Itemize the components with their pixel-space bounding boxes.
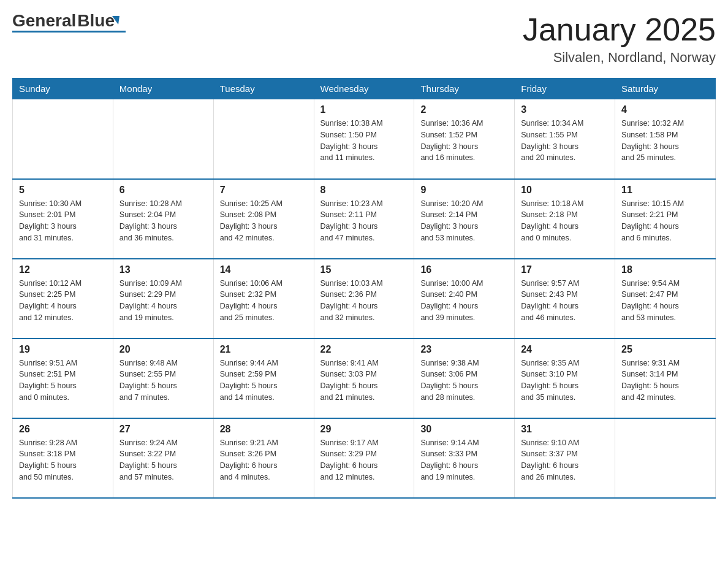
day-info: Sunrise: 9:48 AM Sunset: 2:55 PM Dayligh… — [119, 358, 207, 404]
calendar-cell — [113, 99, 213, 179]
calendar-cell: 31Sunrise: 9:10 AM Sunset: 3:37 PM Dayli… — [515, 418, 615, 498]
day-info: Sunrise: 10:03 AM Sunset: 2:36 PM Daylig… — [320, 278, 408, 324]
day-of-week-header: Tuesday — [213, 79, 314, 99]
day-of-week-header: Thursday — [414, 79, 515, 99]
day-number: 18 — [621, 264, 709, 275]
title-block: January 2025 Silvalen, Nordland, Norway — [523, 12, 716, 66]
calendar-cell: 17Sunrise: 9:57 AM Sunset: 2:43 PM Dayli… — [515, 259, 615, 339]
day-of-week-header: Monday — [113, 79, 213, 99]
calendar-cell: 26Sunrise: 9:28 AM Sunset: 3:18 PM Dayli… — [13, 418, 113, 498]
day-number: 16 — [420, 264, 508, 275]
day-number: 27 — [119, 424, 207, 435]
day-number: 19 — [19, 344, 107, 355]
calendar-body: 1Sunrise: 10:38 AM Sunset: 1:50 PM Dayli… — [13, 99, 716, 498]
day-number: 9 — [420, 185, 508, 196]
day-info: Sunrise: 10:23 AM Sunset: 2:11 PM Daylig… — [320, 198, 408, 244]
day-info: Sunrise: 10:12 AM Sunset: 2:25 PM Daylig… — [19, 278, 107, 324]
day-number: 17 — [521, 264, 609, 275]
logo-text-blue: Blue — [77, 11, 115, 30]
day-info: Sunrise: 10:20 AM Sunset: 2:14 PM Daylig… — [420, 198, 508, 244]
calendar-cell: 16Sunrise: 10:00 AM Sunset: 2:40 PM Dayl… — [414, 259, 515, 339]
page-header: General Blue January 2025 Silvalen, Nord… — [12, 12, 716, 66]
day-number: 11 — [621, 185, 709, 196]
day-number: 15 — [320, 264, 408, 275]
day-info: Sunrise: 10:34 AM Sunset: 1:55 PM Daylig… — [521, 118, 609, 164]
day-of-week-header: Wednesday — [314, 79, 414, 99]
day-info: Sunrise: 10:15 AM Sunset: 2:21 PM Daylig… — [621, 198, 709, 244]
day-number: 23 — [420, 344, 508, 355]
calendar-cell: 11Sunrise: 10:15 AM Sunset: 2:21 PM Dayl… — [615, 179, 716, 259]
day-info: Sunrise: 9:35 AM Sunset: 3:10 PM Dayligh… — [521, 358, 609, 404]
day-info: Sunrise: 9:24 AM Sunset: 3:22 PM Dayligh… — [119, 437, 207, 483]
day-number: 5 — [19, 185, 107, 196]
calendar-cell: 13Sunrise: 10:09 AM Sunset: 2:29 PM Dayl… — [113, 259, 213, 339]
day-number: 8 — [320, 185, 408, 196]
calendar-week-row: 12Sunrise: 10:12 AM Sunset: 2:25 PM Dayl… — [13, 259, 716, 339]
calendar-cell: 2Sunrise: 10:36 AM Sunset: 1:52 PM Dayli… — [414, 99, 515, 179]
calendar-cell: 23Sunrise: 9:38 AM Sunset: 3:06 PM Dayli… — [414, 339, 515, 418]
day-number: 13 — [119, 264, 207, 275]
day-number: 3 — [521, 104, 609, 115]
day-info: Sunrise: 9:10 AM Sunset: 3:37 PM Dayligh… — [521, 437, 609, 483]
day-info: Sunrise: 9:44 AM Sunset: 2:59 PM Dayligh… — [220, 358, 308, 404]
day-info: Sunrise: 10:00 AM Sunset: 2:40 PM Daylig… — [420, 278, 508, 324]
logo-underline — [12, 31, 126, 33]
day-info: Sunrise: 10:28 AM Sunset: 2:04 PM Daylig… — [119, 198, 207, 244]
logo-arrow-icon — [112, 16, 119, 25]
day-info: Sunrise: 9:21 AM Sunset: 3:26 PM Dayligh… — [220, 437, 308, 483]
day-info: Sunrise: 9:51 AM Sunset: 2:51 PM Dayligh… — [19, 358, 107, 404]
calendar-header: SundayMondayTuesdayWednesdayThursdayFrid… — [13, 79, 716, 99]
day-info: Sunrise: 10:38 AM Sunset: 1:50 PM Daylig… — [320, 118, 408, 164]
day-info: Sunrise: 10:06 AM Sunset: 2:32 PM Daylig… — [220, 278, 308, 324]
day-info: Sunrise: 9:17 AM Sunset: 3:29 PM Dayligh… — [320, 437, 408, 483]
calendar-table: SundayMondayTuesdayWednesdayThursdayFrid… — [12, 78, 716, 499]
day-number: 14 — [220, 264, 308, 275]
logo: General Blue — [12, 12, 126, 33]
day-number: 6 — [119, 185, 207, 196]
day-number: 10 — [521, 185, 609, 196]
day-number: 21 — [220, 344, 308, 355]
day-of-week-header: Saturday — [615, 79, 716, 99]
day-number: 26 — [19, 424, 107, 435]
calendar-cell: 12Sunrise: 10:12 AM Sunset: 2:25 PM Dayl… — [13, 259, 113, 339]
day-number: 12 — [19, 264, 107, 275]
calendar-cell: 25Sunrise: 9:31 AM Sunset: 3:14 PM Dayli… — [615, 339, 716, 418]
calendar-cell: 9Sunrise: 10:20 AM Sunset: 2:14 PM Dayli… — [414, 179, 515, 259]
day-of-week-header: Friday — [515, 79, 615, 99]
day-info: Sunrise: 9:38 AM Sunset: 3:06 PM Dayligh… — [420, 358, 508, 404]
logo-text-general: General — [12, 12, 76, 29]
day-info: Sunrise: 10:09 AM Sunset: 2:29 PM Daylig… — [119, 278, 207, 324]
calendar-cell: 19Sunrise: 9:51 AM Sunset: 2:51 PM Dayli… — [13, 339, 113, 418]
calendar-cell: 18Sunrise: 9:54 AM Sunset: 2:47 PM Dayli… — [615, 259, 716, 339]
calendar-cell: 3Sunrise: 10:34 AM Sunset: 1:55 PM Dayli… — [515, 99, 615, 179]
day-info: Sunrise: 10:18 AM Sunset: 2:18 PM Daylig… — [521, 198, 609, 244]
day-of-week-header: Sunday — [13, 79, 113, 99]
day-number: 31 — [521, 424, 609, 435]
day-info: Sunrise: 9:31 AM Sunset: 3:14 PM Dayligh… — [621, 358, 709, 404]
day-info: Sunrise: 9:54 AM Sunset: 2:47 PM Dayligh… — [621, 278, 709, 324]
month-title: January 2025 — [523, 12, 716, 47]
header-row: SundayMondayTuesdayWednesdayThursdayFrid… — [13, 79, 716, 99]
calendar-cell: 14Sunrise: 10:06 AM Sunset: 2:32 PM Dayl… — [213, 259, 314, 339]
day-info: Sunrise: 9:41 AM Sunset: 3:03 PM Dayligh… — [320, 358, 408, 404]
day-number: 7 — [220, 185, 308, 196]
calendar-week-row: 1Sunrise: 10:38 AM Sunset: 1:50 PM Dayli… — [13, 99, 716, 179]
calendar-cell: 27Sunrise: 9:24 AM Sunset: 3:22 PM Dayli… — [113, 418, 213, 498]
day-number: 2 — [420, 104, 508, 115]
day-number: 1 — [320, 104, 408, 115]
calendar-week-row: 26Sunrise: 9:28 AM Sunset: 3:18 PM Dayli… — [13, 418, 716, 498]
calendar-cell: 5Sunrise: 10:30 AM Sunset: 2:01 PM Dayli… — [13, 179, 113, 259]
day-info: Sunrise: 10:25 AM Sunset: 2:08 PM Daylig… — [220, 198, 308, 244]
day-number: 28 — [220, 424, 308, 435]
day-number: 4 — [621, 104, 709, 115]
calendar-cell: 24Sunrise: 9:35 AM Sunset: 3:10 PM Dayli… — [515, 339, 615, 418]
calendar-cell — [213, 99, 314, 179]
calendar-cell: 22Sunrise: 9:41 AM Sunset: 3:03 PM Dayli… — [314, 339, 414, 418]
calendar-cell: 30Sunrise: 9:14 AM Sunset: 3:33 PM Dayli… — [414, 418, 515, 498]
calendar-cell — [13, 99, 113, 179]
calendar-cell: 29Sunrise: 9:17 AM Sunset: 3:29 PM Dayli… — [314, 418, 414, 498]
location: Silvalen, Nordland, Norway — [523, 50, 716, 66]
day-number: 24 — [521, 344, 609, 355]
calendar-cell: 7Sunrise: 10:25 AM Sunset: 2:08 PM Dayli… — [213, 179, 314, 259]
calendar-cell: 21Sunrise: 9:44 AM Sunset: 2:59 PM Dayli… — [213, 339, 314, 418]
